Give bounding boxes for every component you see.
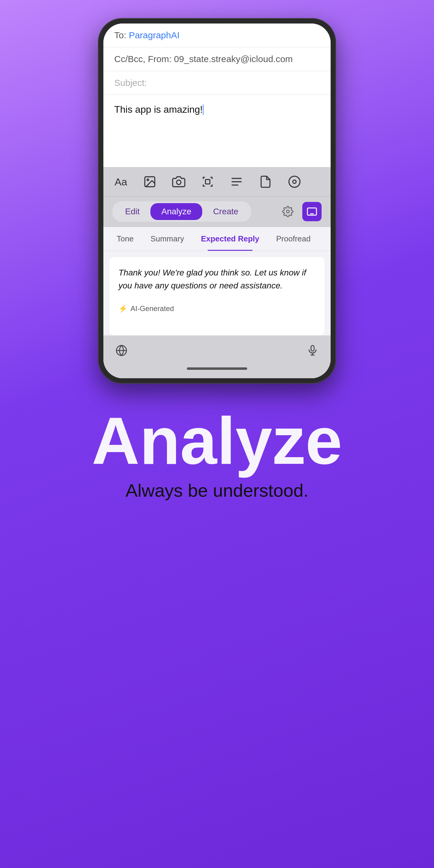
ai-result-text: Thank you! We're glad you think so. Let … [119, 266, 315, 292]
subject-field[interactable]: Subject: [103, 71, 331, 95]
compass-icon[interactable] [286, 173, 303, 190]
svg-point-8 [293, 180, 296, 184]
email-compose: To: ParagraphAI Cc/Bcc, From: 09_state.s… [103, 24, 331, 167]
edit-tab[interactable]: Edit [114, 203, 150, 220]
cc-field[interactable]: Cc/Bcc, From: 09_state.streaky@icloud.co… [103, 47, 331, 71]
mode-right-icons [279, 202, 321, 221]
font-size-label: Aa [115, 176, 127, 188]
svg-point-9 [286, 210, 289, 213]
email-body[interactable]: This app is amazing! [103, 95, 331, 167]
keyboard-area [103, 336, 331, 363]
subject-label: Subject: [114, 78, 147, 88]
svg-point-7 [289, 176, 300, 187]
to-field[interactable]: To: ParagraphAI [103, 24, 331, 47]
analyze-panel: Tone Summary Expected Reply Proofread Th… [103, 227, 331, 378]
ai-badge: ⚡ AI-Generated [119, 304, 315, 313]
create-tab[interactable]: Create [202, 203, 249, 220]
home-indicator [103, 363, 331, 378]
toolbar-mode-row: Edit Analyze Create [103, 196, 331, 227]
microphone-icon[interactable] [304, 341, 321, 360]
analyze-big-title: Analyze [30, 408, 404, 474]
expected-reply-tab[interactable]: Expected Reply [193, 227, 268, 251]
image-icon[interactable] [141, 173, 158, 190]
list-icon[interactable] [228, 173, 245, 190]
scan-icon[interactable] [199, 173, 216, 190]
cc-label: Cc/Bcc, From: [114, 54, 172, 64]
cc-value: 09_state.streaky@icloud.com [174, 54, 293, 64]
tagline: Always be understood. [30, 480, 404, 501]
globe-icon[interactable] [113, 341, 130, 360]
proofread-tab[interactable]: Proofread [268, 227, 319, 251]
lightning-icon: ⚡ [119, 304, 127, 313]
phone-frame: To: ParagraphAI Cc/Bcc, From: 09_state.s… [98, 18, 336, 384]
phone-screen: To: ParagraphAI Cc/Bcc, From: 09_state.s… [103, 24, 331, 378]
font-size-icon[interactable]: Aa [113, 173, 129, 190]
text-cursor [203, 104, 204, 115]
to-value: ParagraphAI [129, 30, 179, 40]
to-label: To: [114, 30, 126, 40]
keyboard-toggle-button[interactable] [302, 202, 321, 221]
ai-generated-label: AI-Generated [130, 304, 174, 313]
bottom-section: Analyze Always be understood. [0, 384, 434, 519]
ai-result-card: Thank you! We're glad you think so. Let … [110, 257, 324, 336]
analyze-tabs: Tone Summary Expected Reply Proofread [103, 227, 331, 251]
mode-tabs: Edit Analyze Create [113, 201, 251, 222]
svg-point-2 [177, 180, 181, 185]
summary-tab[interactable]: Summary [142, 227, 192, 251]
settings-icon[interactable] [279, 203, 296, 220]
analyze-tab[interactable]: Analyze [150, 203, 202, 220]
home-bar [187, 367, 247, 370]
toolbar-icons-row: Aa [103, 167, 331, 196]
svg-rect-3 [206, 180, 210, 184]
camera-icon[interactable] [170, 173, 187, 190]
svg-rect-22 [311, 345, 314, 351]
page-wrapper: To: ParagraphAI Cc/Bcc, From: 09_state.s… [0, 0, 434, 519]
tone-tab[interactable]: Tone [108, 227, 142, 251]
svg-point-1 [147, 179, 149, 181]
file-icon[interactable] [257, 173, 274, 190]
body-text: This app is amazing! [114, 104, 203, 115]
